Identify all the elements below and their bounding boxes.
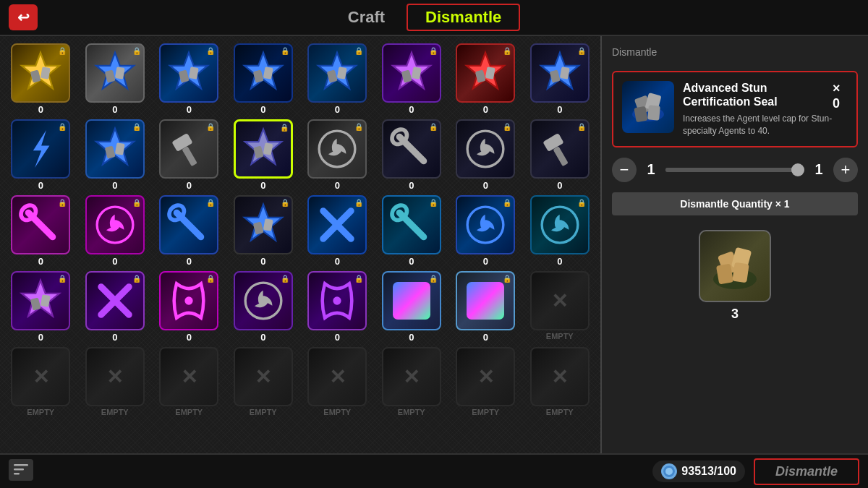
list-item[interactable]: 🔒0 [229,195,299,267]
list-item[interactable]: 🔒0 [525,195,595,267]
list-item[interactable]: 🔒0 [302,195,373,267]
empty-slot-label: EMPTY [101,408,129,416]
list-item[interactable]: 🔒0 [6,271,76,343]
item-visual-svg [386,200,437,250]
item-box[interactable]: 🔒 [234,43,293,103]
item-box[interactable]: 🔒 [159,271,218,330]
item-count-label: 0 [38,332,43,343]
item-box[interactable]: 🔒 [382,271,441,330]
svg-point-55 [480,220,490,230]
empty-item-box: ✕ [530,271,590,330]
tab-dismantle[interactable]: Dismantle [407,4,520,31]
list-item[interactable]: 🔒0 [80,119,150,191]
item-box[interactable]: 🔒 [530,119,590,179]
quantity-minus-button[interactable]: − [612,158,637,182]
item-count-label: 0 [187,104,192,115]
empty-item-box: ✕ [11,347,70,406]
item-desc: Increases the Agent level cap for Stun-s… [683,113,848,137]
item-visual-svg [15,200,66,250]
svg-rect-83 [14,473,20,475]
back-button[interactable]: ↩ [9,4,38,30]
list-item[interactable]: 🔒0 [451,195,521,267]
list-item[interactable]: 🔒0 [154,119,224,191]
list-item[interactable]: 🔒0 [302,119,373,191]
list-item[interactable]: 🔒0 [302,271,373,343]
list-item[interactable]: 🔒0 [6,119,76,191]
list-item[interactable]: 🔒0 [451,43,521,115]
list-item[interactable]: 🔒0 [154,271,224,343]
item-info-text: Advanced Stun Certification Seal × 0 Inc… [683,81,848,137]
list-item[interactable]: 🔒0 [377,119,447,191]
item-box[interactable]: 🔒 [11,119,70,179]
empty-x-mark: ✕ [551,289,568,313]
item-box[interactable]: 🔒 [85,43,145,103]
filter-icon [14,464,28,476]
item-visual-svg [90,275,140,326]
list-item[interactable]: 🔒0 [302,43,373,115]
list-item[interactable]: 🔒0 [154,195,224,267]
item-count-label: 0 [112,256,117,267]
item-box[interactable]: 🔒 [159,43,218,103]
item-box[interactable]: 🔒 [234,119,293,179]
list-item[interactable]: 🔒0 [377,271,447,343]
currency-value: 93513/100 [681,465,736,478]
item-visual-svg [15,124,66,174]
item-box[interactable]: 🔒 [85,195,145,254]
list-item[interactable]: 🔒0 [154,43,224,115]
item-box[interactable]: 🔒 [234,195,293,254]
list-item[interactable]: 🔒0 [451,119,521,191]
list-item[interactable]: 🔒0 [451,271,521,343]
svg-rect-82 [14,468,24,471]
list-item[interactable]: 🔒0 [377,43,447,115]
tab-craft[interactable]: Craft [348,8,385,27]
item-box[interactable]: 🔒 [159,119,218,179]
list-item[interactable]: 🔒0 [525,43,595,115]
item-box[interactable]: 🔒 [456,195,515,254]
list-item[interactable]: 🔒0 [6,195,76,267]
item-box[interactable]: 🔒 [456,271,515,330]
item-box[interactable]: 🔒 [11,195,70,254]
quantity-plus-button[interactable]: + [833,158,858,182]
item-count-label: 0 [335,256,340,267]
list-item[interactable]: 🔒0 [6,43,76,115]
item-box[interactable]: 🔒 [307,119,367,179]
filter-button[interactable] [9,459,33,481]
dismantle-bottom-button[interactable]: Dismantle [754,458,859,485]
list-item[interactable]: 🔒0 [80,43,150,115]
list-item[interactable]: 🔒0 [229,119,299,191]
svg-rect-67 [393,282,430,320]
item-box[interactable]: 🔒 [307,43,367,103]
item-box[interactable]: 🔒 [530,195,590,254]
item-box[interactable]: 🔒 [456,119,515,179]
list-item[interactable]: 🔒0 [80,271,150,343]
item-count-label: 0 [38,104,43,115]
quantity-slider[interactable] [665,168,804,172]
item-box[interactable]: 🔒 [11,271,70,330]
list-item[interactable]: 🔒0 [80,195,150,267]
item-box[interactable]: 🔒 [307,195,367,254]
empty-item-box: ✕ [530,347,590,406]
item-box[interactable]: 🔒 [11,43,70,103]
item-box[interactable]: 🔒 [382,119,441,179]
item-box[interactable]: 🔒 [85,271,145,330]
list-item[interactable]: 🔒0 [229,271,299,343]
item-count-label: 0 [409,104,414,115]
list-item[interactable]: 🔒0 [377,195,447,267]
list-item[interactable]: 🔒0 [525,119,595,191]
item-box[interactable]: 🔒 [307,271,367,330]
item-box[interactable]: 🔒 [530,43,590,103]
slider-thumb[interactable] [791,163,804,176]
list-item[interactable]: 🔒0 [229,43,299,115]
item-count-label: 0 [483,180,488,191]
item-box[interactable]: 🔒 [234,271,293,330]
empty-slot-label: EMPTY [546,332,574,341]
item-box[interactable]: 🔒 [382,43,441,103]
item-box[interactable]: 🔒 [159,195,218,254]
item-count-label: 0 [112,332,117,343]
item-count-label: 0 [112,104,117,115]
item-box[interactable]: 🔒 [456,43,515,103]
svg-marker-30 [245,129,281,164]
item-box[interactable]: 🔒 [382,195,441,254]
item-box[interactable]: 🔒 [85,119,145,179]
item-count-label: 0 [483,332,488,343]
